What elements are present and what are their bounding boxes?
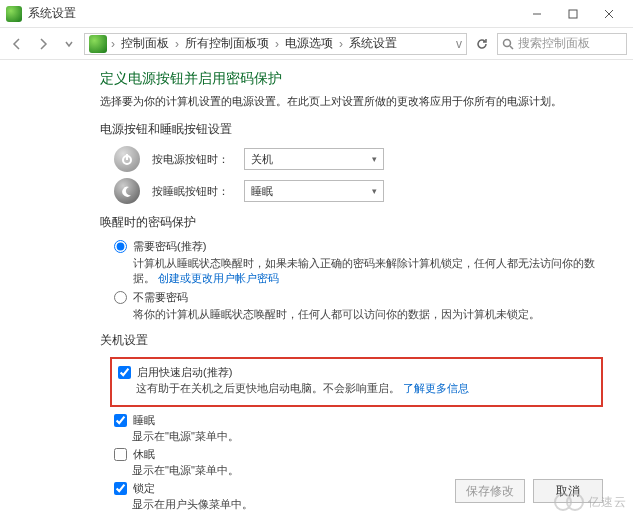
control-panel-icon: [89, 35, 107, 53]
sleep-label: 睡眠: [133, 413, 155, 428]
chevron-down-icon: ▾: [372, 186, 377, 196]
sleep-button-row: 按睡眠按钮时： 睡眠 ▾: [114, 178, 603, 204]
section-wake-password: 唤醒时的密码保护: [100, 214, 603, 231]
radio-no-password[interactable]: 不需要密码 将你的计算机从睡眠状态唤醒时，任何人都可以访问你的数据，因为计算机未…: [114, 290, 603, 322]
chevron-down-icon[interactable]: v: [454, 37, 462, 51]
hibernate-desc: 显示在"电源"菜单中。: [132, 463, 603, 478]
watermark-icon: [566, 493, 584, 511]
svg-rect-1: [569, 10, 577, 18]
sleep-checkbox[interactable]: [114, 414, 127, 427]
fast-startup-label: 启用快速启动(推荐): [137, 365, 232, 380]
crumb-power-options[interactable]: 电源选项: [283, 35, 335, 52]
learn-more-link[interactable]: 了解更多信息: [403, 382, 469, 394]
chevron-right-icon: ›: [337, 37, 345, 51]
breadcrumb[interactable]: › 控制面板 › 所有控制面板项 › 电源选项 › 系统设置 v: [84, 33, 467, 55]
svg-line-5: [510, 46, 513, 49]
power-button-select[interactable]: 关机 ▾: [244, 148, 384, 170]
chevron-down-icon: ▾: [372, 154, 377, 164]
create-password-link[interactable]: 创建或更改用户帐户密码: [158, 272, 279, 284]
hibernate-row[interactable]: 休眠: [114, 447, 603, 462]
radio-none-label: 不需要密码: [133, 290, 540, 305]
svg-point-4: [504, 39, 511, 46]
close-button[interactable]: [591, 0, 627, 28]
search-input[interactable]: 搜索控制面板: [497, 33, 627, 55]
fast-startup-desc: 这有助于在关机之后更快地启动电脑。不会影响重启。: [136, 382, 400, 394]
save-button: 保存修改: [455, 479, 525, 503]
forward-button[interactable]: [32, 33, 54, 55]
radio-require-password[interactable]: 需要密码(推荐) 计算机从睡眠状态唤醒时，如果未输入正确的密码来解除计算机锁定，…: [114, 239, 603, 286]
watermark: 亿速云: [554, 493, 627, 511]
radio-require-input[interactable]: [114, 240, 127, 253]
hibernate-label: 休眠: [133, 447, 155, 462]
sleep-row[interactable]: 睡眠: [114, 413, 603, 428]
fast-startup-checkbox[interactable]: [118, 366, 131, 379]
crumb-all-items[interactable]: 所有控制面板项: [183, 35, 271, 52]
crumb-system-settings[interactable]: 系统设置: [347, 35, 399, 52]
refresh-button[interactable]: [471, 33, 493, 55]
power-button-label: 按电源按钮时：: [152, 152, 232, 167]
chevron-right-icon: ›: [173, 37, 181, 51]
chevron-right-icon: ›: [109, 37, 117, 51]
lock-label: 锁定: [133, 481, 155, 496]
radio-require-label: 需要密码(推荐): [133, 239, 603, 254]
section-shutdown: 关机设置: [100, 332, 603, 349]
power-button-row: 按电源按钮时： 关机 ▾: [114, 146, 603, 172]
hibernate-checkbox[interactable]: [114, 448, 127, 461]
moon-icon: [114, 178, 140, 204]
sleep-desc: 显示在"电源"菜单中。: [132, 429, 603, 444]
sleep-button-value: 睡眠: [251, 184, 273, 199]
page-heading: 定义电源按钮并启用密码保护: [100, 70, 603, 88]
address-bar: › 控制面板 › 所有控制面板项 › 电源选项 › 系统设置 v 搜索控制面板: [0, 28, 633, 60]
radio-none-desc: 将你的计算机从睡眠状态唤醒时，任何人都可以访问你的数据，因为计算机未锁定。: [133, 307, 540, 322]
chevron-right-icon: ›: [273, 37, 281, 51]
title-bar: 系统设置: [0, 0, 633, 28]
sleep-button-select[interactable]: 睡眠 ▾: [244, 180, 384, 202]
crumb-control-panel[interactable]: 控制面板: [119, 35, 171, 52]
minimize-button[interactable]: [519, 0, 555, 28]
section-power-buttons: 电源按钮和睡眠按钮设置: [100, 121, 603, 138]
sleep-button-label: 按睡眠按钮时：: [152, 184, 232, 199]
search-placeholder: 搜索控制面板: [518, 35, 590, 52]
page-subheading: 选择要为你的计算机设置的电源设置。在此页上对设置所做的更改将应用于你所有的电源计…: [100, 94, 603, 109]
window-title: 系统设置: [28, 5, 519, 22]
recent-button[interactable]: [58, 33, 80, 55]
watermark-text: 亿速云: [588, 494, 627, 511]
search-icon: [502, 38, 514, 50]
power-button-value: 关机: [251, 152, 273, 167]
fast-startup-row[interactable]: 启用快速启动(推荐): [118, 365, 595, 380]
maximize-button[interactable]: [555, 0, 591, 28]
app-icon: [6, 6, 22, 22]
radio-none-input[interactable]: [114, 291, 127, 304]
fast-startup-highlight: 启用快速启动(推荐) 这有助于在关机之后更快地启动电脑。不会影响重启。 了解更多…: [110, 357, 603, 407]
back-button[interactable]: [6, 33, 28, 55]
lock-checkbox[interactable]: [114, 482, 127, 495]
power-icon: [114, 146, 140, 172]
content-area: 定义电源按钮并启用密码保护 选择要为你的计算机设置的电源设置。在此页上对设置所做…: [0, 60, 633, 512]
